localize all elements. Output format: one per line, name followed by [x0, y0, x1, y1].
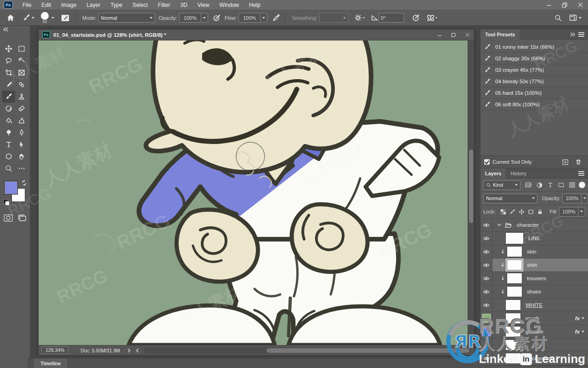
zoom-tool[interactable] — [2, 162, 15, 174]
tool-preset-item[interactable]: 06 soft 80x (100%) — [481, 99, 588, 110]
tablet-opacity-icon[interactable] — [213, 14, 221, 22]
brush-settings-panel-toggle[interactable] — [61, 13, 70, 23]
visibility-eye-icon[interactable] — [481, 352, 492, 365]
workspace-switcher[interactable] — [569, 14, 582, 22]
layer-thumbnail[interactable] — [507, 246, 522, 257]
layer-thumbnail[interactable] — [507, 286, 522, 297]
layer-effects-badge[interactable]: fx — [575, 329, 584, 334]
menu-layer[interactable]: Layer — [81, 0, 105, 10]
brush-tool[interactable] — [2, 91, 15, 103]
search-icon[interactable] — [554, 14, 562, 22]
filter-adjustment-icon[interactable] — [536, 182, 543, 189]
clone-stamp-tool[interactable] — [15, 91, 28, 103]
marquee-tool[interactable] — [15, 43, 28, 55]
airbrush-icon[interactable] — [272, 14, 280, 22]
tool-presets-tab[interactable]: Tool Presets — [481, 29, 520, 40]
horizontal-scroll-thumb[interactable] — [266, 348, 469, 353]
collapse-tools-icon[interactable] — [0, 26, 30, 33]
layer-row-background[interactable]: Background — [481, 352, 588, 365]
filter-pixel-icon[interactable] — [525, 182, 532, 188]
layer-row[interactable] — [481, 339, 588, 352]
layer-opacity-dropdown[interactable] — [582, 194, 588, 203]
vertical-scrollbar[interactable] — [468, 40, 474, 345]
blend-mode-select[interactable]: Normal — [98, 13, 155, 23]
app-close-button[interactable] — [572, 0, 588, 10]
history-tab[interactable]: History — [506, 168, 531, 178]
layers-menu-icon[interactable] — [578, 173, 584, 174]
layer-thumbnail[interactable] — [505, 299, 521, 310]
move-tool[interactable] — [2, 43, 15, 55]
layer-fill-value[interactable]: 100% — [559, 207, 578, 217]
layer-thumbnail[interactable] — [507, 273, 522, 284]
layer-row-trousers[interactable]: trousers — [481, 272, 588, 285]
filter-shape-icon[interactable] — [558, 182, 565, 188]
eyedropper-tool[interactable] — [2, 79, 15, 91]
symmetry-butterfly-icon[interactable] — [426, 13, 438, 22]
group-expand-chevron-icon[interactable] — [497, 223, 502, 227]
layer-thumbnail[interactable] — [505, 313, 521, 324]
quick-selection-tool[interactable] — [15, 55, 28, 67]
tablet-size-icon[interactable] — [412, 14, 420, 22]
layer-row-skin[interactable]: skin — [481, 245, 588, 259]
visibility-eye-icon[interactable] — [481, 232, 492, 245]
crop-tool[interactable] — [2, 67, 15, 79]
eraser-tool[interactable] — [15, 103, 28, 115]
tool-preset-item[interactable]: 01 runny inker 15x (66%) — [481, 41, 588, 53]
tool-preset-item[interactable]: 05 hard 15x (100%) — [481, 87, 588, 99]
menu-file[interactable]: File — [17, 0, 36, 10]
home-icon[interactable] — [6, 14, 15, 22]
path-selection-tool[interactable] — [15, 138, 28, 150]
menu-filter[interactable]: Filter — [153, 0, 175, 10]
flow-value[interactable]: 100% — [238, 13, 260, 23]
menu-view[interactable]: View — [192, 0, 215, 10]
quick-mask-icon[interactable] — [4, 214, 13, 222]
layer-row-shoes[interactable]: shoes — [481, 285, 588, 299]
more-tools-icon[interactable] — [15, 162, 28, 174]
pen-tool[interactable] — [15, 126, 28, 138]
visibility-eye-icon[interactable] — [481, 339, 492, 351]
menu-type[interactable]: Type — [105, 0, 127, 10]
opacity-dropdown[interactable] — [201, 13, 208, 23]
type-tool[interactable] — [2, 138, 15, 150]
layer-thumbnail[interactable] — [505, 353, 521, 364]
layer-effects-badge[interactable]: fx — [575, 316, 584, 321]
brush-angle-value[interactable]: 0° — [379, 13, 404, 23]
layers-tab[interactable]: Layers — [481, 168, 506, 178]
current-tool-only-checkbox[interactable] — [484, 159, 490, 165]
layer-blend-mode-select[interactable]: Normal — [483, 194, 537, 203]
layer-thumbnail[interactable] — [505, 232, 524, 244]
layer-row-line[interactable]: LINE — [481, 232, 588, 245]
tool-preset-item[interactable]: 03 crayon 45x (77%) — [481, 64, 588, 76]
app-restore-button[interactable] — [557, 0, 572, 10]
lock-paint-icon[interactable] — [509, 209, 515, 215]
lock-transparency-icon[interactable] — [500, 209, 506, 215]
lock-all-icon[interactable] — [537, 209, 543, 215]
doc-minimize-button[interactable] — [433, 30, 447, 40]
hand-tool[interactable] — [15, 150, 28, 162]
layer-thumbnail[interactable] — [505, 326, 521, 337]
tool-preset-item[interactable]: 04 bleedy 50x (77%) — [481, 76, 588, 87]
layer-fill-dropdown[interactable] — [578, 207, 585, 217]
menu-image[interactable]: Image — [56, 0, 81, 10]
doc-maximize-button[interactable] — [447, 30, 460, 40]
scroll-left-icon[interactable] — [136, 348, 139, 353]
screen-mode-icon[interactable] — [17, 214, 27, 222]
layer-color-label-green[interactable] — [481, 312, 492, 325]
lock-position-icon[interactable] — [519, 209, 525, 215]
tool-preset-item[interactable]: 02 shaggy 30x (66%) — [481, 53, 588, 64]
layer-thumbnail[interactable] — [507, 259, 522, 270]
horizontal-scrollbar[interactable] — [144, 347, 471, 354]
layer-color-label-violet[interactable] — [481, 325, 492, 338]
history-brush-tool[interactable] — [2, 103, 15, 115]
dodge-tool[interactable] — [2, 126, 15, 138]
timeline-tab[interactable]: Timeline — [34, 358, 67, 368]
menu-window[interactable]: Window — [215, 0, 244, 10]
healing-brush-tool[interactable] — [15, 79, 28, 91]
panel-menu-icon[interactable] — [578, 34, 584, 35]
visibility-eye-icon[interactable] — [481, 218, 492, 231]
tool-preset-picker[interactable] — [23, 14, 34, 22]
lock-artboard-icon[interactable] — [528, 209, 534, 215]
visibility-eye-icon[interactable] — [481, 299, 492, 311]
menu-3d[interactable]: 3D — [175, 0, 192, 10]
menu-edit[interactable]: Edit — [36, 0, 56, 10]
